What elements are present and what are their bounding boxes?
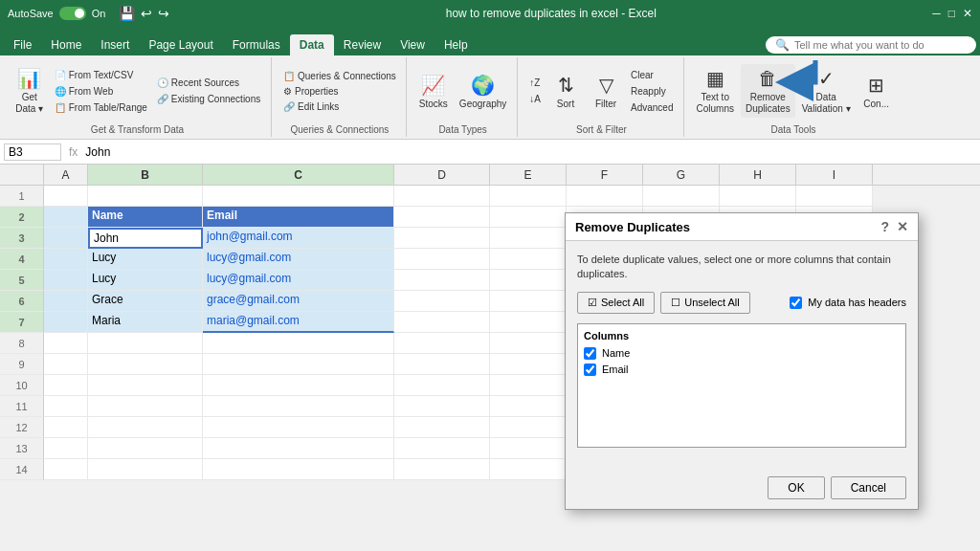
tab-help[interactable]: Help — [434, 34, 478, 55]
cell-d6[interactable] — [394, 291, 490, 312]
undo-icon[interactable]: ↩ — [141, 6, 152, 21]
cell-d7[interactable] — [394, 312, 490, 333]
cell-f1[interactable] — [567, 186, 643, 207]
cell-c7[interactable]: maria@gmail.com — [203, 312, 394, 333]
cell-c9[interactable] — [203, 354, 394, 375]
cell-a8[interactable] — [44, 333, 88, 354]
tab-page-layout[interactable]: Page Layout — [139, 34, 222, 55]
cell-c4[interactable]: lucy@gmail.com — [203, 249, 394, 270]
search-input[interactable] — [794, 39, 967, 51]
redo-icon[interactable]: ↪ — [158, 6, 169, 21]
cell-a6[interactable] — [44, 291, 88, 312]
maximize-button[interactable]: □ — [948, 7, 955, 20]
cell-e1[interactable] — [490, 186, 567, 207]
cell-c5[interactable]: lucy@gmail.com — [203, 270, 394, 291]
queries-connections-button[interactable]: 📋 Queries & Connections — [279, 69, 400, 83]
cell-d3[interactable] — [394, 228, 490, 249]
advanced-button[interactable]: Advanced — [627, 100, 677, 115]
cell-a4[interactable] — [44, 249, 88, 270]
tab-insert[interactable]: Insert — [91, 34, 139, 55]
select-all-button[interactable]: ☑ Select All — [577, 292, 655, 314]
get-data-button[interactable]: 📊 GetData ▾ — [11, 64, 49, 118]
cell-e8[interactable] — [490, 333, 567, 354]
cell-a1[interactable] — [44, 186, 88, 207]
col-header-c[interactable]: C — [203, 165, 394, 185]
cell-b10[interactable] — [88, 375, 203, 396]
cell-e6[interactable] — [490, 291, 567, 312]
cell-d8[interactable] — [394, 333, 490, 354]
cell-e9[interactable] — [490, 354, 567, 375]
col-header-h[interactable]: H — [720, 165, 796, 185]
cell-i1[interactable] — [796, 186, 873, 207]
cell-b7[interactable]: Maria — [88, 312, 203, 333]
dialog-close-button[interactable]: ✕ — [897, 219, 908, 234]
col-header-b[interactable]: B — [88, 165, 203, 185]
cell-c3[interactable]: john@gmail.com — [203, 228, 394, 249]
cell-c10[interactable] — [203, 375, 394, 396]
tab-view[interactable]: View — [390, 34, 434, 55]
cell-d10[interactable] — [394, 375, 490, 396]
my-data-headers-checkbox[interactable] — [790, 297, 802, 309]
text-to-columns-button[interactable]: ▦ Text toColumns — [692, 64, 739, 118]
cell-c6[interactable]: grace@gmail.com — [203, 291, 394, 312]
recent-sources-button[interactable]: 🕒 Recent Sources — [153, 76, 264, 90]
edit-links-button[interactable]: 🔗 Edit Links — [279, 99, 400, 114]
cell-b1[interactable] — [88, 186, 203, 207]
cell-d4[interactable] — [394, 249, 490, 270]
cell-a7[interactable] — [44, 312, 88, 333]
save-icon[interactable]: 💾 — [119, 6, 135, 21]
cancel-button[interactable]: Cancel — [831, 476, 906, 499]
col-header-a[interactable]: A — [44, 165, 88, 185]
cell-d9[interactable] — [394, 354, 490, 375]
cell-e2[interactable] — [490, 207, 567, 228]
col-header-g[interactable]: G — [643, 165, 720, 185]
ok-button[interactable]: OK — [768, 476, 824, 499]
cell-a5[interactable] — [44, 270, 88, 291]
properties-button[interactable]: ⚙ Properties — [279, 84, 400, 99]
tab-file[interactable]: File — [4, 34, 41, 55]
cell-b3[interactable]: John — [88, 228, 203, 249]
cell-b6[interactable]: Grace — [88, 291, 203, 312]
dialog-help-button[interactable]: ? — [880, 219, 889, 234]
cell-e5[interactable] — [490, 270, 567, 291]
col-header-f[interactable]: F — [567, 165, 643, 185]
stocks-button[interactable]: 📈 Stocks — [414, 64, 453, 118]
close-button[interactable]: ✕ — [963, 7, 972, 20]
name-box[interactable]: B3 — [4, 143, 61, 161]
from-web-button[interactable]: 🌐 From Web — [51, 84, 151, 99]
col-header-i[interactable]: I — [796, 165, 873, 185]
consolidate-button[interactable]: ⊞ Con... — [858, 64, 896, 118]
cell-a10[interactable] — [44, 375, 88, 396]
existing-connections-button[interactable]: 🔗 Existing Connections — [153, 92, 264, 106]
cell-a3[interactable] — [44, 228, 88, 249]
from-text-button[interactable]: 📄 From Text/CSV — [51, 68, 151, 82]
filter-button[interactable]: ▽ Filter — [587, 64, 625, 118]
reapply-button[interactable]: Reapply — [627, 84, 677, 99]
col-header-e[interactable]: E — [490, 165, 567, 185]
cell-e7[interactable] — [490, 312, 567, 333]
sort-asc-button[interactable]: ↑Z — [525, 76, 545, 90]
cell-b5[interactable]: Lucy — [88, 270, 203, 291]
sort-desc-button[interactable]: ↓A — [525, 92, 545, 106]
geography-button[interactable]: 🌍 Geography — [455, 64, 511, 118]
cell-b2[interactable]: Name — [88, 207, 203, 228]
col-header-d[interactable]: D — [394, 165, 490, 185]
cell-a9[interactable] — [44, 354, 88, 375]
cell-d5[interactable] — [394, 270, 490, 291]
column-email-checkbox[interactable] — [584, 364, 596, 376]
cell-c2[interactable]: Email — [203, 207, 394, 228]
clear-button[interactable]: Clear — [627, 68, 677, 82]
cell-b8[interactable] — [88, 333, 203, 354]
cell-b4[interactable]: Lucy — [88, 249, 203, 270]
minimize-button[interactable]: ─ — [932, 7, 941, 20]
cell-a2[interactable] — [44, 207, 88, 228]
unselect-all-button[interactable]: ☐ Unselect All — [660, 292, 749, 314]
from-table-button[interactable]: 📋 From Table/Range — [51, 100, 151, 115]
cell-c1[interactable] — [203, 186, 394, 207]
cell-g1[interactable] — [643, 186, 720, 207]
tab-home[interactable]: Home — [41, 34, 91, 55]
cell-d1[interactable] — [394, 186, 490, 207]
tab-formulas[interactable]: Formulas — [223, 34, 290, 55]
column-name-checkbox[interactable] — [584, 347, 596, 360]
cell-c8[interactable] — [203, 333, 394, 354]
